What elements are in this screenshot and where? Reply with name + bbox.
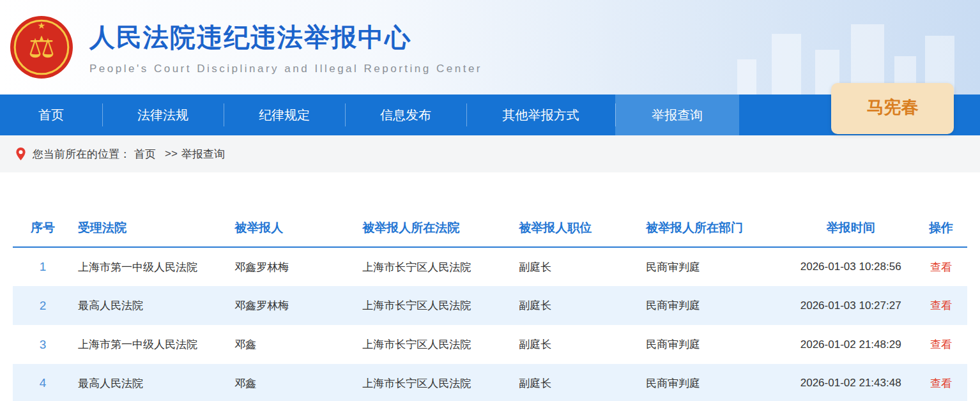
location-pin-icon xyxy=(15,147,26,161)
view-link[interactable]: 查看 xyxy=(930,261,952,273)
site-titles: 人民法院违纪违法举报中心 People's Court Disciplinary… xyxy=(89,20,482,75)
row-no: 4 xyxy=(13,364,73,401)
row-department: 民商审判庭 xyxy=(641,325,787,364)
report-table: 序号 受理法院 被举报人 被举报人所在法院 被举报人职位 被举报人所在部门 举报… xyxy=(13,212,967,401)
view-link[interactable]: 查看 xyxy=(930,299,952,312)
col-header-action: 操作 xyxy=(915,212,967,247)
row-court: 上海市第一中级人民法院 xyxy=(73,325,229,364)
col-header-reported: 被举报人 xyxy=(229,212,357,247)
row-reported-court: 上海市长宁区人民法院 xyxy=(357,286,514,325)
view-link[interactable]: 查看 xyxy=(930,338,952,351)
row-court: 最高人民法院 xyxy=(73,286,229,325)
table-row: 2 最高人民法院 邓鑫罗林梅 上海市长宁区人民法院 副庭长 民商审判庭 2026… xyxy=(13,286,967,325)
breadcrumb-label: 您当前所在的位置： xyxy=(33,147,130,162)
row-no: 2 xyxy=(13,286,73,325)
nav-item-info[interactable]: 信息发布 xyxy=(345,95,466,135)
breadcrumb-current: 举报查询 xyxy=(181,147,225,162)
row-time: 2026-01-03 10:28:56 xyxy=(787,247,915,286)
table-row: 3 上海市第一中级人民法院 邓鑫 上海市长宁区人民法院 副庭长 民商审判庭 20… xyxy=(13,325,967,364)
row-reported-court: 上海市长宁区人民法院 xyxy=(357,325,514,364)
col-header-reported-court: 被举报人所在法院 xyxy=(357,212,514,247)
row-court: 最高人民法院 xyxy=(73,364,229,401)
nav-item-laws[interactable]: 法律法规 xyxy=(102,95,224,135)
col-header-time: 举报时间 xyxy=(787,212,915,247)
table-row: 4 最高人民法院 邓鑫 上海市长宁区人民法院 副庭长 民商审判庭 2026-01… xyxy=(13,364,967,401)
row-department: 民商审判庭 xyxy=(641,286,787,325)
row-department: 民商审判庭 xyxy=(641,364,787,401)
nav-item-home[interactable]: 首页 xyxy=(0,95,102,135)
row-court: 上海市第一中级人民法院 xyxy=(73,247,229,286)
table-header-row: 序号 受理法院 被举报人 被举报人所在法院 被举报人职位 被举报人所在部门 举报… xyxy=(13,212,967,247)
col-header-no: 序号 xyxy=(13,212,73,247)
row-reported: 邓鑫 xyxy=(229,364,357,401)
nav-item-other-report-methods[interactable]: 其他举报方式 xyxy=(466,95,615,135)
row-reported: 邓鑫 xyxy=(229,325,357,364)
row-position: 副庭长 xyxy=(514,325,641,364)
site-title: 人民法院违纪违法举报中心 xyxy=(89,20,482,55)
row-no: 1 xyxy=(13,247,73,286)
row-position: 副庭长 xyxy=(514,364,641,401)
row-time: 2026-01-03 10:27:27 xyxy=(787,286,915,325)
row-position: 副庭长 xyxy=(514,247,641,286)
nav-item-report-query[interactable]: 举报查询 xyxy=(615,95,739,135)
row-time: 2026-01-02 21:43:48 xyxy=(787,364,915,401)
row-position: 副庭长 xyxy=(514,286,641,325)
breadcrumb-home-link[interactable]: 首页 xyxy=(134,147,156,162)
col-header-court: 受理法院 xyxy=(73,212,229,247)
user-name-button[interactable]: 马宪春 xyxy=(831,83,954,134)
view-link[interactable]: 查看 xyxy=(930,377,952,390)
col-header-position: 被举报人职位 xyxy=(514,212,641,247)
site-header: ⚖ ★ 人民法院违纪违法举报中心 People's Court Discipli… xyxy=(0,0,980,95)
col-header-department: 被举报人所在部门 xyxy=(641,212,787,247)
row-time: 2026-01-02 21:48:29 xyxy=(787,325,915,364)
row-no: 3 xyxy=(13,325,73,364)
breadcrumb: 您当前所在的位置： 首页 >> 举报查询 xyxy=(0,135,980,172)
svg-text:⚖: ⚖ xyxy=(28,31,55,64)
skyline-decoration xyxy=(648,0,980,95)
row-department: 民商审判庭 xyxy=(641,247,787,286)
row-reported-court: 上海市长宁区人民法院 xyxy=(357,364,514,401)
site-subtitle: People's Court Disciplinary and Illegal … xyxy=(89,63,482,75)
main-nav: 首页 法律法规 纪律规定 信息发布 其他举报方式 举报查询 马宪春 xyxy=(0,95,980,135)
row-reported: 邓鑫罗林梅 xyxy=(229,247,357,286)
row-reported: 邓鑫罗林梅 xyxy=(229,286,357,325)
table-row: 1 上海市第一中级人民法院 邓鑫罗林梅 上海市长宁区人民法院 副庭长 民商审判庭… xyxy=(13,247,967,286)
report-query-content: 序号 受理法院 被举报人 被举报人所在法院 被举报人职位 被举报人所在部门 举报… xyxy=(0,172,980,401)
row-reported-court: 上海市长宁区人民法院 xyxy=(357,247,514,286)
nav-item-discipline[interactable]: 纪律规定 xyxy=(224,95,345,135)
breadcrumb-separator: >> xyxy=(165,148,178,160)
court-emblem-icon: ⚖ ★ xyxy=(9,15,74,80)
svg-text:★: ★ xyxy=(38,20,46,31)
